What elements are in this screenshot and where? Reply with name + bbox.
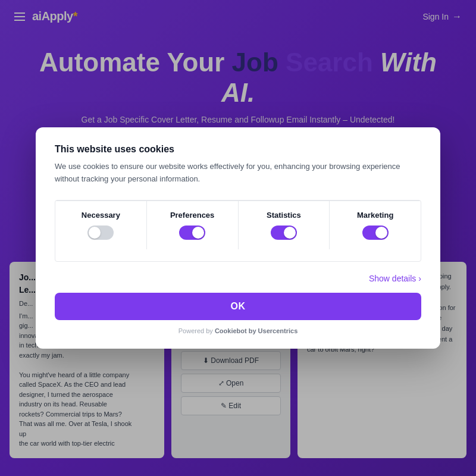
cookie-categories-wrapper: Necessary Preferences Statistics (55, 200, 421, 262)
show-details-button[interactable]: Show details › (369, 274, 421, 283)
modal-overlay: This website uses cookies We use cookies… (0, 0, 476, 476)
cookie-category-statistics: Statistics (239, 201, 330, 249)
cookie-category-marketing: Marketing (330, 201, 421, 249)
cookie-categories: Necessary Preferences Statistics (55, 201, 421, 249)
cookie-modal-title: This website uses cookies (55, 144, 421, 155)
statistics-toggle[interactable] (271, 226, 297, 240)
necessary-toggle-thumb (89, 227, 101, 239)
marketing-toggle[interactable] (362, 226, 389, 240)
statistics-label: Statistics (267, 211, 301, 220)
marketing-label: Marketing (357, 211, 393, 220)
ok-button[interactable]: OK (55, 293, 421, 320)
preferences-toggle-thumb (192, 227, 204, 239)
preferences-toggle[interactable] (179, 226, 205, 240)
show-details-row: Show details › (55, 274, 421, 283)
necessary-toggle[interactable] (87, 226, 114, 240)
cookie-category-necessary: Necessary (55, 201, 147, 249)
marketing-toggle-thumb (375, 227, 387, 239)
statistics-toggle-thumb (284, 227, 296, 239)
cookie-modal-description: We use cookies to ensure our website wor… (55, 161, 421, 186)
cookie-modal: This website uses cookies We use cookies… (36, 127, 440, 349)
cookie-category-preferences: Preferences (147, 201, 239, 249)
preferences-label: Preferences (170, 211, 214, 220)
necessary-label: Necessary (82, 211, 120, 220)
powered-by: Powered by Cookiebot by Usercentrics (55, 327, 421, 334)
